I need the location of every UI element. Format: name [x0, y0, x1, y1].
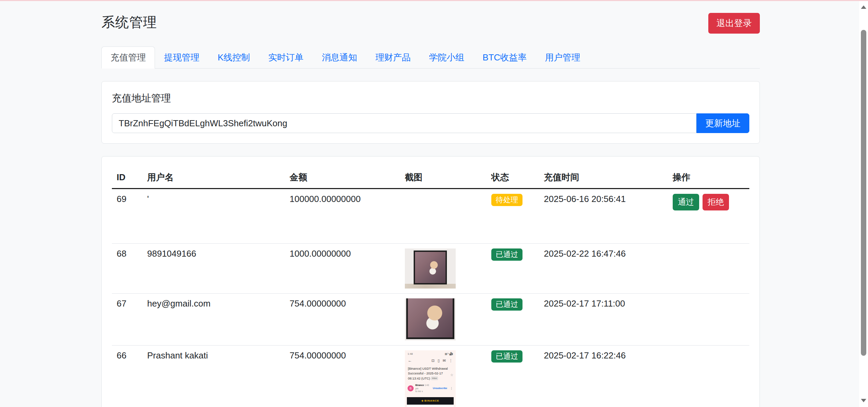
recharge-address-input[interactable]: [112, 113, 696, 133]
cell-id: 68: [112, 244, 142, 294]
cell-amount: 1000.00000000: [285, 244, 400, 294]
cell-username: ': [142, 189, 285, 244]
header-time: 充值时间: [539, 167, 668, 189]
cell-status: 已通过: [487, 294, 539, 346]
cell-time: 2025-02-22 16:47:46: [539, 244, 668, 294]
table-row: 69 ' 100000.00000000 待处理 2025-06-16 20:5…: [112, 189, 749, 244]
cell-amount: 754.00000000: [285, 294, 400, 346]
star-icon: ☆: [450, 372, 453, 377]
tab-user-management[interactable]: 用户管理: [536, 47, 589, 69]
cell-screenshot: [400, 244, 487, 294]
cell-operation: [668, 346, 749, 407]
recharge-table: ID 用户名 金额 截图 状态 充值时间 操作 69 ' 100000.0000…: [112, 167, 749, 407]
cell-operation: 通过 拒绝: [668, 189, 749, 244]
to-me-label: to me ∨: [415, 390, 431, 393]
cell-status: 待处理: [487, 189, 539, 244]
cell-operation: [668, 294, 749, 346]
cell-status: 已通过: [487, 244, 539, 294]
screenshot-thumbnail[interactable]: [405, 298, 456, 340]
unsubscribe-link: Unsubscribe: [433, 387, 447, 389]
cell-screenshot: [400, 189, 487, 244]
cell-time: 2025-06-16 20:56:41: [539, 189, 668, 244]
status-badge: 已通过: [491, 350, 522, 363]
cell-status: 已通过: [487, 346, 539, 407]
page-title: 系统管理: [101, 13, 157, 32]
sender-avatar: B: [408, 385, 414, 391]
more-icon: ⋮: [449, 358, 453, 363]
header-id: ID: [112, 167, 142, 189]
tab-withdrawal-management[interactable]: 提现管理: [155, 47, 209, 69]
cell-operation: [668, 244, 749, 294]
cell-time: 2025-02-17 17:11:00: [539, 294, 668, 346]
more-icon: ⋮: [450, 387, 453, 390]
address-input-group: 更新地址: [112, 113, 749, 133]
logout-button[interactable]: 退出登录: [708, 13, 760, 34]
mini-status-time: 1:48: [408, 352, 413, 355]
tab-bar: 充值管理 提现管理 K线控制 实时订单 消息通知 理财产品 学院小组 BTC收益…: [101, 47, 760, 69]
cell-id: 69: [112, 189, 142, 244]
approve-button[interactable]: 通过: [673, 194, 699, 210]
main-container: 系统管理 退出登录 充值管理 提现管理 K线控制 实时订单 消息通知 理财产品 …: [101, 0, 760, 407]
binance-logo-icon: ◈: [421, 399, 423, 402]
tab-btc-yield[interactable]: BTC收益率: [473, 47, 536, 69]
tab-message-notification[interactable]: 消息通知: [313, 47, 366, 69]
tab-realtime-orders[interactable]: 实时订单: [259, 47, 313, 69]
scrollbar-thumb[interactable]: [861, 30, 866, 356]
screenshot-thumbnail[interactable]: 1:48 ▦¹⁴▟▮ ← ⊡ ▯ ✉ ⋮: [405, 350, 456, 407]
recharge-records-card: ID 用户名 金额 截图 状态 充值时间 操作 69 ' 100000.0000…: [101, 156, 760, 407]
recharge-address-title: 充值地址管理: [112, 92, 749, 105]
back-icon: ←: [408, 358, 412, 363]
tab-academy-group[interactable]: 学院小组: [420, 47, 473, 69]
table-row: 67 hey@gmail.com 754.00000000 已通过 2025-0…: [112, 294, 749, 346]
page-header: 系统管理 退出登录: [101, 0, 760, 34]
recharge-address-card: 充值地址管理 更新地址: [101, 81, 760, 144]
email-subject: [Binance] USDT Withdrawal Successful - 2…: [405, 365, 456, 382]
cell-id: 67: [112, 294, 142, 346]
mini-status-icons: ▦¹⁴▟▮: [445, 352, 453, 355]
tab-kline-control[interactable]: K线控制: [209, 47, 259, 69]
screenshot-thumbnail[interactable]: [405, 248, 456, 289]
tab-recharge-management[interactable]: 充值管理: [101, 47, 155, 69]
binance-banner: ◈ BINANCE: [407, 397, 454, 405]
cell-username: hey@gmail.com: [142, 294, 285, 346]
cell-amount: 754.00000000: [285, 346, 400, 407]
vertical-scrollbar[interactable]: [859, 0, 868, 407]
table-header-row: ID 用户名 金额 截图 状态 充值时间 操作: [112, 167, 749, 189]
status-badge: 待处理: [491, 194, 522, 206]
cell-username: Prashant kakati: [142, 346, 285, 407]
status-badge: 已通过: [491, 248, 522, 261]
cell-screenshot: 1:48 ▦¹⁴▟▮ ← ⊡ ▯ ✉ ⋮: [400, 346, 487, 407]
mail-icon: ✉: [443, 358, 446, 363]
update-address-button[interactable]: 更新地址: [696, 113, 749, 133]
top-accent-line: [0, 0, 868, 1]
archive-icon: ⊡: [432, 358, 435, 363]
cell-username: 9891049166: [142, 244, 285, 294]
inbox-chip: Inbox: [431, 376, 438, 380]
header-status: 状态: [487, 167, 539, 189]
trash-icon: ▯: [438, 358, 440, 363]
status-badge: 已通过: [491, 298, 522, 311]
header-username: 用户名: [142, 167, 285, 189]
reject-button[interactable]: 拒绝: [703, 194, 729, 210]
scroll-up-arrow-icon[interactable]: [859, 2, 868, 12]
sender-name: Binance 1:43 pm: [415, 384, 431, 390]
table-row: 66 Prashant kakati 754.00000000 1:48 ▦¹⁴…: [112, 346, 749, 407]
cell-id: 66: [112, 346, 142, 407]
cell-amount: 100000.00000000: [285, 189, 400, 244]
tab-financial-products[interactable]: 理财产品: [366, 47, 420, 69]
cell-time: 2025-02-17 16:22:46: [539, 346, 668, 407]
header-amount: 金额: [285, 167, 400, 189]
cell-screenshot: [400, 294, 487, 346]
header-operation: 操作: [668, 167, 749, 189]
scroll-down-arrow-icon[interactable]: [859, 395, 868, 406]
header-screenshot: 截图: [400, 167, 487, 189]
table-row: 68 9891049166 1000.00000000 已通过 2025-02-…: [112, 244, 749, 294]
